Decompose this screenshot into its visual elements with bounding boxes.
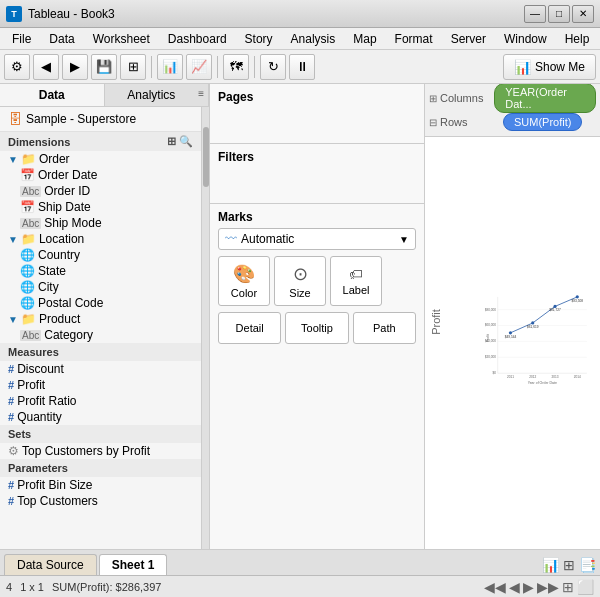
close-button[interactable]: ✕ <box>572 5 594 23</box>
data-point-2014[interactable] <box>576 295 579 298</box>
svg-text:2011: 2011 <box>507 375 514 379</box>
window-controls[interactable]: — □ ✕ <box>524 5 594 23</box>
dim-state[interactable]: 🌐 State <box>0 263 201 279</box>
menu-data[interactable]: Data <box>41 30 82 48</box>
left-inner: 🗄 Sample - Superstore Dimensions ⊞ 🔍 ▼ <box>0 107 209 549</box>
status-next-icon[interactable]: ▶ <box>523 579 534 595</box>
toolbar-forward[interactable]: ▶ <box>62 54 88 80</box>
dim-category[interactable]: Abc Category <box>0 327 201 343</box>
toolbar-chart1[interactable]: 📊 <box>157 54 183 80</box>
status-last-icon[interactable]: ▶▶ <box>537 579 559 595</box>
hash-icon3: # <box>8 395 14 407</box>
param-profit-bin[interactable]: # Profit Bin Size <box>0 477 201 493</box>
chart-container: $0 $20,000 $40,000 $60,000 $80,000 <box>485 147 590 539</box>
size-mark-button[interactable]: ⊙ Size <box>274 256 326 306</box>
bottom-tab-icons: 📊 ⊞ 📑 <box>542 557 596 575</box>
dim-ship-date[interactable]: 📅 Ship Date <box>0 199 201 215</box>
chart-area: Profit $0 $20,000 $40,000 $60,000 <box>425 137 600 549</box>
status-left: 4 1 x 1 SUM(Profit): $286,397 <box>6 581 161 593</box>
dim-order-date-label: Order Date <box>38 168 97 182</box>
new-dashboard-icon[interactable]: ⊞ <box>563 557 575 573</box>
measure-profit[interactable]: # Profit <box>0 377 201 393</box>
dim-country[interactable]: 🌐 Country <box>0 247 201 263</box>
title-bar: T Tableau - Book3 — □ ✕ <box>0 0 600 28</box>
toolbar-chart2[interactable]: 📈 <box>186 54 212 80</box>
status-back-icon[interactable]: ◀ <box>509 579 520 595</box>
left-panel-scrollbar[interactable] <box>201 107 209 549</box>
maximize-button[interactable]: □ <box>548 5 570 23</box>
hash-icon6: # <box>8 495 14 507</box>
tab-sheet1[interactable]: Sheet 1 <box>99 554 168 575</box>
columns-pill[interactable]: YEAR(Order Dat... <box>494 84 596 113</box>
search-icon[interactable]: 🔍 <box>179 135 193 148</box>
menu-server[interactable]: Server <box>443 30 494 48</box>
menu-story[interactable]: Story <box>237 30 281 48</box>
dimensions-group: ▼ 📁 Order 📅 Order Date Abc Order ID 📅 <box>0 151 201 343</box>
measure-profit-ratio[interactable]: # Profit Ratio <box>0 393 201 409</box>
datasource-item[interactable]: 🗄 Sample - Superstore <box>0 107 201 132</box>
data-point-2013[interactable] <box>553 305 556 308</box>
data-point-2012[interactable] <box>531 321 534 324</box>
tooltip-button[interactable]: Tooltip <box>285 312 348 344</box>
tab-analytics[interactable]: Analytics ≡ <box>105 84 210 106</box>
grid-icon[interactable]: ⊞ <box>167 135 176 148</box>
marks-type-label: Automatic <box>241 232 294 246</box>
tab-data[interactable]: Data <box>0 84 105 106</box>
measures-header: Measures <box>0 343 201 361</box>
dim-postal[interactable]: 🌐 Postal Code <box>0 295 201 311</box>
toolbar-back[interactable]: ◀ <box>33 54 59 80</box>
hash-icon: # <box>8 363 14 375</box>
dim-city[interactable]: 🌐 City <box>0 279 201 295</box>
pages-section: Pages <box>210 84 424 144</box>
menu-worksheet[interactable]: Worksheet <box>85 30 158 48</box>
menu-window[interactable]: Window <box>496 30 555 48</box>
menu-dashboard[interactable]: Dashboard <box>160 30 235 48</box>
rows-shelf: ⊟ Rows SUM(Profit) <box>429 110 596 134</box>
toolbar-save[interactable]: 💾 <box>91 54 117 80</box>
toolbar-pause[interactable]: ⏸ <box>289 54 315 80</box>
minimize-button[interactable]: — <box>524 5 546 23</box>
menu-file[interactable]: File <box>4 30 39 48</box>
toolbar-datasource[interactable]: ⊞ <box>120 54 146 80</box>
new-sheet-icon[interactable]: 📊 <box>542 557 559 573</box>
toolbar-map[interactable]: 🗺 <box>223 54 249 80</box>
detail-button[interactable]: Detail <box>218 312 281 344</box>
filters-title: Filters <box>218 150 416 164</box>
menu-analysis[interactable]: Analysis <box>283 30 344 48</box>
marks-title: Marks <box>218 210 416 224</box>
rows-pill[interactable]: SUM(Profit) <box>503 113 582 131</box>
hash-icon4: # <box>8 411 14 423</box>
globe-icon3: 🌐 <box>20 280 35 294</box>
dim-order-date[interactable]: 📅 Order Date <box>0 167 201 183</box>
datasource-name: Sample - Superstore <box>26 112 136 126</box>
status-prev-icon[interactable]: ◀◀ <box>484 579 506 595</box>
measure-discount[interactable]: # Discount <box>0 361 201 377</box>
tab-datasource[interactable]: Data Source <box>4 554 97 575</box>
show-me-button[interactable]: 📊 Show Me <box>503 54 596 80</box>
menu-bar: File Data Worksheet Dashboard Story Anal… <box>0 28 600 50</box>
dim-order-id[interactable]: Abc Order ID <box>0 183 201 199</box>
toolbar-new[interactable]: ⚙ <box>4 54 30 80</box>
toolbar-refresh[interactable]: ↻ <box>260 54 286 80</box>
menu-help[interactable]: Help <box>557 30 598 48</box>
tab-analytics-icon: ≡ <box>198 88 204 99</box>
data-point-2011[interactable] <box>509 331 512 334</box>
new-story-icon[interactable]: 📑 <box>579 557 596 573</box>
param-top-customers[interactable]: # Top Customers <box>0 493 201 509</box>
panel-tabs: Data Analytics ≡ <box>0 84 209 107</box>
status-cell: 4 <box>6 581 12 593</box>
color-mark-button[interactable]: 🎨 Color <box>218 256 270 306</box>
label-mark-button[interactable]: 🏷 Label <box>330 256 382 306</box>
svg-text:2012: 2012 <box>529 375 536 379</box>
set-top-customers[interactable]: ⚙ Top Customers by Profit <box>0 443 201 459</box>
dim-order[interactable]: ▼ 📁 Order <box>0 151 201 167</box>
menu-map[interactable]: Map <box>345 30 384 48</box>
dim-location[interactable]: ▼ 📁 Location <box>0 231 201 247</box>
measure-quantity[interactable]: # Quantity <box>0 409 201 425</box>
path-button[interactable]: Path <box>353 312 416 344</box>
menu-format[interactable]: Format <box>387 30 441 48</box>
hash-icon2: # <box>8 379 14 391</box>
dim-ship-mode[interactable]: Abc Ship Mode <box>0 215 201 231</box>
marks-dropdown[interactable]: 〰 Automatic ▼ <box>218 228 416 250</box>
dim-product[interactable]: ▼ 📁 Product <box>0 311 201 327</box>
